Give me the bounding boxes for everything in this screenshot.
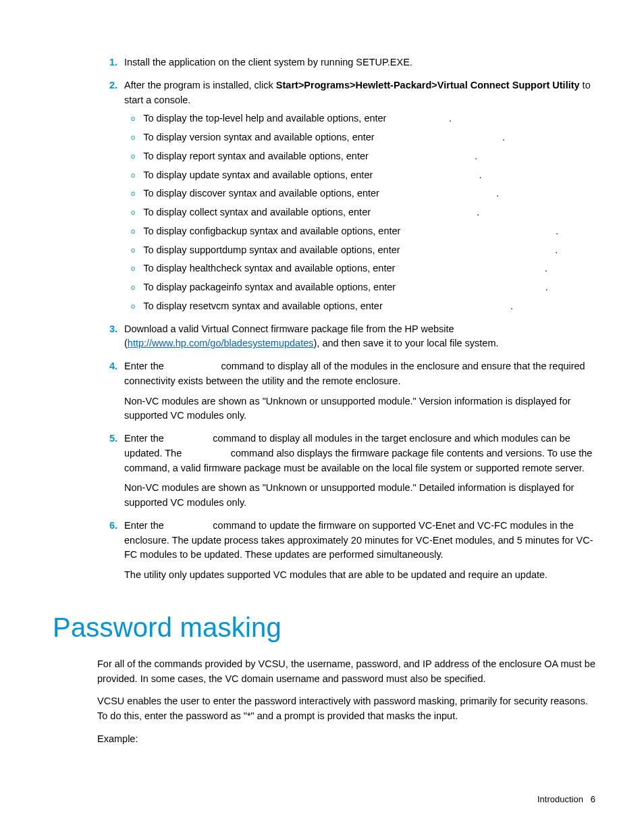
sub-text: To display version syntax and available … bbox=[143, 130, 595, 145]
sub-text: To display packageinfo syntax and availa… bbox=[143, 280, 595, 295]
menu-path-bold: Start>Programs>Hewlett-Packard>Virtual C… bbox=[276, 80, 580, 90]
circle-bullet-icon: o bbox=[131, 151, 135, 164]
circle-bullet-icon: o bbox=[131, 226, 135, 239]
text-prefix: After the program is installed, click bbox=[124, 80, 276, 90]
step-number: 5. bbox=[103, 432, 117, 515]
circle-bullet-icon: o bbox=[131, 113, 135, 126]
step-4: 4. Enter the command to display all of t… bbox=[103, 359, 595, 427]
sub-text: To display supportdump syntax and availa… bbox=[143, 243, 595, 258]
sub-item: oTo display version syntax and available… bbox=[131, 130, 595, 145]
sub-item: oTo display healthcheck syntax and avail… bbox=[131, 261, 595, 276]
step-text: Enter the command to update the firmware… bbox=[124, 519, 595, 563]
step-text: The utility only updates supported VC mo… bbox=[124, 568, 595, 583]
step-number: 3. bbox=[103, 322, 117, 356]
ordered-list: 1. Install the application on the client… bbox=[53, 55, 595, 587]
circle-bullet-icon: o bbox=[131, 263, 135, 276]
step-text: Download a valid Virtual Connect firmwar… bbox=[124, 322, 595, 352]
step-text: After the program is installed, click St… bbox=[124, 78, 595, 108]
sub-item: oTo display collect syntax and available… bbox=[131, 205, 595, 220]
section-para: VCSU enables the user to enter the passw… bbox=[97, 694, 595, 724]
sub-item: oTo display configbackup syntax and avai… bbox=[131, 224, 595, 239]
section-para: For all of the commands provided by VCSU… bbox=[97, 657, 595, 687]
step-text: Non-VC modules are shown as "Unknown or … bbox=[124, 481, 595, 511]
circle-bullet-icon: o bbox=[131, 282, 135, 295]
section-body: For all of the commands provided by VCSU… bbox=[97, 657, 595, 747]
step-number: 2. bbox=[103, 78, 117, 318]
step-2: 2. After the program is installed, click… bbox=[103, 78, 595, 318]
section-para: Example: bbox=[97, 732, 595, 747]
sub-text: To display healthcheck syntax and availa… bbox=[143, 261, 595, 276]
sub-text: To display update syntax and available o… bbox=[143, 168, 595, 183]
circle-bullet-icon: o bbox=[131, 207, 135, 220]
section-heading: Password masking bbox=[53, 607, 595, 648]
circle-bullet-icon: o bbox=[131, 301, 135, 314]
sub-text: To display the top-level help and availa… bbox=[143, 111, 595, 126]
sub-text: To display collect syntax and available … bbox=[143, 205, 595, 220]
circle-bullet-icon: o bbox=[131, 132, 135, 145]
step-text: Install the application on the client sy… bbox=[124, 55, 595, 70]
sub-text: To display configbackup syntax and avail… bbox=[143, 224, 595, 239]
sub-text: To display report syntax and available o… bbox=[143, 149, 595, 164]
step-5: 5. Enter the command to display all modu… bbox=[103, 432, 595, 515]
sub-item: oTo display the top-level help and avail… bbox=[131, 111, 595, 126]
sub-item: oTo display report syntax and available … bbox=[131, 149, 595, 164]
sub-text: To display discover syntax and available… bbox=[143, 186, 595, 201]
step-number: 6. bbox=[103, 519, 117, 587]
sub-text: To display resetvcm syntax and available… bbox=[143, 299, 595, 314]
sub-item: oTo display packageinfo syntax and avail… bbox=[131, 280, 595, 295]
sub-item: oTo display discover syntax and availabl… bbox=[131, 186, 595, 201]
circle-bullet-icon: o bbox=[131, 170, 135, 183]
step-text: Non-VC modules are shown as "Unknown or … bbox=[124, 394, 595, 424]
sub-list: oTo display the top-level help and avail… bbox=[124, 111, 595, 313]
step-text: Enter the command to display all modules… bbox=[124, 432, 595, 475]
step-3: 3. Download a valid Virtual Connect firm… bbox=[103, 322, 595, 356]
step-text: Enter the command to display all of the … bbox=[124, 359, 595, 389]
text-suffix: ), and then save it to your local file s… bbox=[314, 338, 499, 348]
step-6: 6. Enter the command to update the firmw… bbox=[103, 519, 595, 587]
sub-item: oTo display update syntax and available … bbox=[131, 168, 595, 183]
step-number: 1. bbox=[103, 55, 117, 74]
step-number: 4. bbox=[103, 359, 117, 427]
sub-item: oTo display resetvcm syntax and availabl… bbox=[131, 299, 595, 314]
circle-bullet-icon: o bbox=[131, 244, 135, 258]
circle-bullet-icon: o bbox=[131, 188, 135, 201]
hp-updates-link[interactable]: http://www.hp.com/go/bladesystemupdates bbox=[128, 338, 314, 348]
footer-section-name: Introduction bbox=[537, 794, 583, 804]
step-1: 1. Install the application on the client… bbox=[103, 55, 595, 74]
sub-item: oTo display supportdump syntax and avail… bbox=[131, 243, 595, 258]
page-footer: Introduction 6 bbox=[537, 793, 595, 806]
footer-page-number: 6 bbox=[591, 794, 595, 804]
